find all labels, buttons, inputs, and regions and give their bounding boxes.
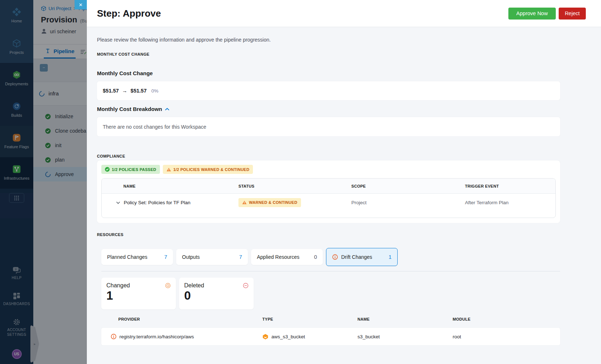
tab-planned-changes[interactable]: Planned Changes 7 (101, 249, 173, 265)
monthly-cost-change-section-label: MONTHLY COST CHANGE (97, 52, 560, 56)
cost-breakdown-heading: Monthly Cost Breakdown (97, 106, 162, 112)
tab-count: 1 (389, 254, 392, 260)
tab-applied-resources[interactable]: Applied Resources 0 (251, 249, 323, 265)
screen: Home Projects Deployments Builds Feature… (0, 0, 601, 364)
column-header-module: MODULE (453, 317, 560, 321)
cost-breakdown-toggle[interactable]: Monthly Cost Breakdown (97, 106, 560, 112)
column-header-name: NAME (116, 184, 238, 188)
drift-info-icon (111, 334, 117, 339)
policy-table: NAME STATUS SCOPE TRIGGER EVENT Policy S… (101, 178, 556, 218)
cost-percent: 0% (151, 88, 158, 94)
intro-text: Please review the following information … (97, 37, 560, 43)
policy-badges: 1/2 POLICIES PASSED 1/2 POLICIES WARNED … (101, 165, 556, 174)
deleted-label: Deleted (184, 282, 204, 289)
tab-label: Outputs (182, 254, 239, 260)
resource-type: aws_s3_bucket (271, 334, 305, 339)
column-header-status: STATUS (238, 184, 351, 188)
drift-info-icon (332, 254, 338, 260)
changed-label: Changed (106, 282, 130, 289)
policy-trigger-event: After Terraform Plan (465, 200, 555, 205)
minus-circle-icon (243, 283, 249, 288)
drawer-title: Step: Approve (97, 8, 508, 19)
close-button[interactable]: ✕ (75, 0, 87, 9)
tab-count: 0 (314, 254, 317, 260)
column-header-type: TYPE (262, 317, 357, 321)
policy-table-header: NAME STATUS SCOPE TRIGGER EVENT (102, 179, 555, 194)
tab-outputs[interactable]: Outputs 7 (176, 249, 248, 265)
monthly-cost-change-heading: Monthly Cost Change (97, 70, 560, 76)
tab-count: 7 (239, 254, 242, 260)
drawer-header: Step: Approve Approve Now Reject (87, 0, 601, 27)
status-badge-label: WARNED & CONTINUED (249, 200, 297, 205)
resource-table-row: registry.terraform.io/hashicorp/aws aws_… (101, 328, 560, 345)
policies-passed-badge: 1/2 POLICIES PASSED (101, 165, 160, 174)
column-header-provider: PROVIDER (118, 317, 262, 321)
tab-count: 7 (164, 254, 167, 260)
policy-table-row[interactable]: Policy Set: Policies for TF Plan WARNED … (102, 194, 555, 211)
arrow-right-icon: → (122, 88, 127, 94)
policies-warned-badge: 1/2 POLICIES WARNED & CONTINUED (163, 165, 253, 174)
warned-status-badge: WARNED & CONTINUED (238, 198, 301, 207)
resource-provider: registry.terraform.io/hashicorp/aws (119, 334, 194, 339)
compliance-card: 1/2 POLICIES PASSED 1/2 POLICIES WARNED … (97, 160, 560, 223)
policy-set-name: Policy Set: Policies for TF Plan (124, 200, 190, 205)
tab-label: Applied Resources (257, 254, 314, 260)
policy-scope: Project (351, 200, 465, 205)
resource-module: root (453, 334, 560, 339)
aws-provider-icon (262, 334, 268, 340)
approve-step-drawer: ✕ Step: Approve Approve Now Reject Pleas… (87, 0, 601, 364)
resource-tabs: Planned Changes 7 Outputs 7 Applied Reso… (101, 248, 560, 266)
close-icon: ✕ (79, 2, 83, 8)
warning-triangle-icon (166, 167, 171, 172)
changed-stat-card: Changed 1 (101, 278, 176, 309)
changed-value: 1 (106, 290, 171, 301)
check-circle-icon (105, 167, 110, 172)
deleted-stat-card: Deleted 0 (179, 278, 254, 309)
cost-breakdown-empty-card: There are no cost changes for this Works… (97, 117, 560, 136)
warning-triangle-icon (242, 200, 247, 205)
column-header-scope: SCOPE (351, 184, 465, 188)
drift-stat-cards: Changed 1 Deleted 0 (101, 278, 560, 309)
tab-label: Planned Changes (107, 254, 164, 260)
resource-table-header: PROVIDER TYPE NAME MODULE (101, 317, 560, 321)
chevron-up-icon (165, 108, 169, 111)
deleted-value: 0 (184, 290, 249, 301)
cost-from: $51.57 (103, 88, 119, 94)
approve-now-button[interactable]: Approve Now (508, 8, 556, 20)
chevron-down-icon[interactable] (116, 201, 120, 204)
tab-drift-changes[interactable]: Drift Changes 1 (326, 248, 398, 266)
cost-to: $51.57 (131, 88, 147, 94)
warned-badge-label: 1/2 POLICIES WARNED & CONTINUED (173, 167, 249, 172)
column-header-name: NAME (357, 317, 453, 321)
drawer-body: Please review the following information … (87, 27, 601, 345)
changed-rings-icon (165, 283, 171, 288)
tab-label: Drift Changes (341, 254, 385, 260)
column-header-trigger: TRIGGER EVENT (465, 184, 555, 188)
compliance-section-label: COMPLIANCE (97, 154, 560, 158)
resource-name: s3_bucket (357, 334, 453, 339)
passed-badge-label: 1/2 POLICIES PASSED (112, 167, 156, 172)
cost-change-card: $51.57 → $51.57 0% (97, 81, 560, 100)
reject-button[interactable]: Reject (559, 8, 586, 20)
policy-table-padding (102, 211, 555, 218)
divider (101, 271, 560, 271)
resources-section-label: RESOURCES (97, 232, 560, 237)
